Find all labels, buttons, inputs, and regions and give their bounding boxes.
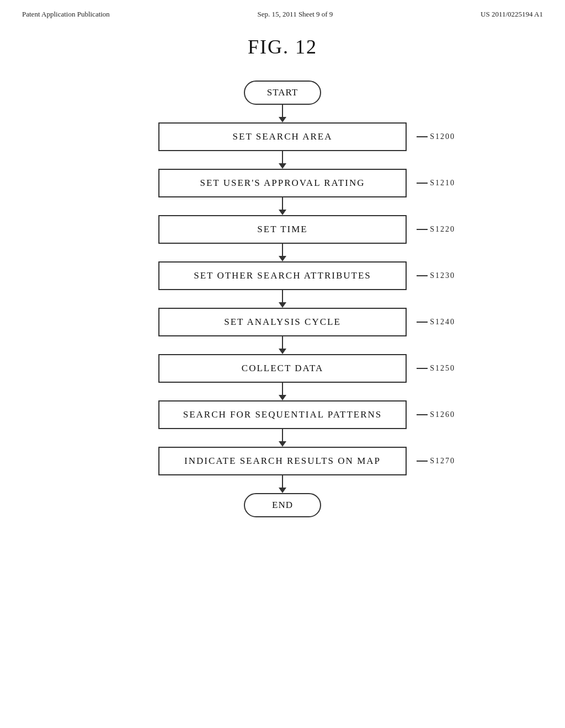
arrow-line <box>282 383 283 395</box>
arrow-final <box>158 475 407 493</box>
arrow-line <box>282 244 283 256</box>
step-wrapper-s1250: COLLECT DATAS1250 <box>158 354 407 383</box>
hook-line <box>417 183 428 184</box>
arrow-line <box>282 151 283 163</box>
step-code-s1260: S1260 <box>430 410 455 419</box>
arrow-7 <box>158 429 407 447</box>
step-wrapper-s1230: SET OTHER SEARCH ATTRIBUTESS1230 <box>158 261 407 290</box>
step-code-s1200: S1200 <box>430 132 455 141</box>
step-node-s1250: COLLECT DATAS1250 <box>158 354 407 383</box>
arrow-head <box>279 302 286 308</box>
steps-container: SET SEARCH AREAS1200SET USER'S APPROVAL … <box>158 122 407 493</box>
step-wrapper-s1210: SET USER'S APPROVAL RATINGS1210 <box>158 169 407 197</box>
flowchart: START SET SEARCH AREAS1200SET USER'S APP… <box>158 81 407 517</box>
end-node-wrapper: END <box>244 493 321 517</box>
step-label-s1220: S1220 <box>417 225 455 234</box>
step-label-s1240: S1240 <box>417 318 455 326</box>
start-node: START <box>244 81 321 105</box>
step-wrapper-s1240: SET ANALYSIS CYCLES1240 <box>158 308 407 336</box>
page-header: Patent Application Publication Sep. 15, … <box>0 0 565 19</box>
hook-line <box>417 414 428 415</box>
step-code-s1250: S1250 <box>430 364 455 373</box>
step-node-s1230: SET OTHER SEARCH ATTRIBUTESS1230 <box>158 261 407 290</box>
step-node-s1270: INDICATE SEARCH RESULTS ON MAPS1270 <box>158 447 407 475</box>
arrow-6 <box>158 383 407 400</box>
header-middle: Sep. 15, 2011 Sheet 9 of 9 <box>258 10 333 19</box>
step-wrapper-s1260: SEARCH FOR SEQUENTIAL PATTERNSS1260 <box>158 400 407 429</box>
arrow-0 <box>279 105 286 122</box>
step-label-s1200: S1200 <box>417 132 455 141</box>
arrow-2 <box>158 197 407 215</box>
step-label-s1270: S1270 <box>417 457 455 465</box>
arrow-head <box>279 163 286 169</box>
arrow-head <box>279 441 286 447</box>
header-right: US 2011/0225194 A1 <box>481 10 543 19</box>
arrow-head <box>279 117 286 122</box>
page-content: FIG. 12 START SET SEARCH AREAS1200SET US… <box>0 19 565 517</box>
end-node: END <box>244 493 321 517</box>
arrow-5 <box>158 336 407 354</box>
hook-line <box>417 229 428 230</box>
step-code-s1230: S1230 <box>430 271 455 280</box>
arrow-line <box>282 336 283 349</box>
step-node-s1220: SET TIMES1220 <box>158 215 407 244</box>
step-label-s1230: S1230 <box>417 271 455 280</box>
step-label-s1250: S1250 <box>417 364 455 373</box>
header-left: Patent Application Publication <box>22 10 110 19</box>
step-code-s1240: S1240 <box>430 318 455 326</box>
step-node-s1210: SET USER'S APPROVAL RATINGS1210 <box>158 169 407 197</box>
step-node-s1260: SEARCH FOR SEQUENTIAL PATTERNSS1260 <box>158 400 407 429</box>
arrow-3 <box>158 244 407 261</box>
step-code-s1270: S1270 <box>430 457 455 465</box>
hook-line <box>417 368 428 369</box>
arrow-1 <box>158 151 407 169</box>
arrow-line <box>282 429 283 441</box>
arrow-head <box>279 488 286 493</box>
arrow-head <box>279 256 286 261</box>
step-label-s1210: S1210 <box>417 179 455 188</box>
step-code-s1220: S1220 <box>430 225 455 234</box>
hook-line <box>417 136 428 137</box>
hook-line <box>417 461 428 462</box>
arrow-line <box>282 475 283 488</box>
step-code-s1210: S1210 <box>430 179 455 188</box>
arrow-line <box>282 197 283 210</box>
hook-line <box>417 322 428 323</box>
step-wrapper-s1220: SET TIMES1220 <box>158 215 407 244</box>
step-wrapper-s1200: SET SEARCH AREAS1200 <box>158 122 407 151</box>
arrow-head <box>279 210 286 215</box>
step-wrapper-s1270: INDICATE SEARCH RESULTS ON MAPS1270 <box>158 447 407 475</box>
hook-line <box>417 275 428 276</box>
step-node-s1200: SET SEARCH AREAS1200 <box>158 122 407 151</box>
arrow-line <box>282 290 283 302</box>
arrow-4 <box>158 290 407 308</box>
arrow-line <box>282 105 283 117</box>
arrow-head <box>279 395 286 400</box>
step-label-s1260: S1260 <box>417 410 455 419</box>
start-node-wrapper: START <box>244 81 321 105</box>
arrow-head <box>279 349 286 354</box>
figure-title: FIG. 12 <box>248 35 317 58</box>
step-node-s1240: SET ANALYSIS CYCLES1240 <box>158 308 407 336</box>
